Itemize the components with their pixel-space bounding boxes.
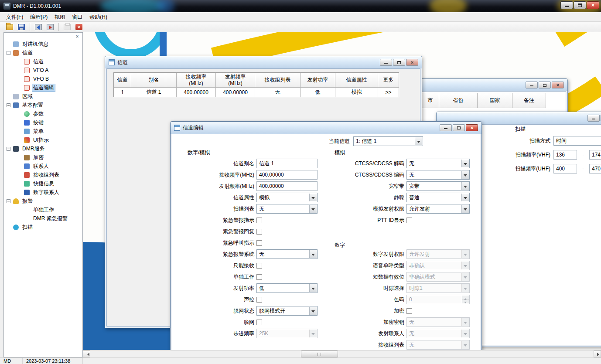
vox-checkbox[interactable] bbox=[256, 297, 262, 303]
collapse-toggle-icon[interactable] bbox=[7, 103, 10, 107]
alarm-icon bbox=[13, 198, 19, 204]
ctcss-encode-select[interactable]: 无 bbox=[406, 170, 470, 180]
tree-item-alarm[interactable]: 报警 bbox=[5, 197, 82, 205]
tree-item-params[interactable]: 参数 bbox=[5, 109, 82, 118]
scan-minimize-button[interactable] bbox=[587, 115, 600, 122]
encrypt-checkbox[interactable] bbox=[406, 308, 412, 314]
minimize-button[interactable] bbox=[560, 1, 573, 9]
emergency-alarm-ack-checkbox[interactable] bbox=[256, 229, 262, 235]
collapse-toggle-icon[interactable] bbox=[7, 51, 10, 55]
emergency-alarm-indication-checkbox[interactable] bbox=[256, 218, 262, 223]
contacts-minimize-button[interactable] bbox=[526, 82, 538, 88]
maximize-button[interactable] bbox=[574, 1, 586, 9]
collapse-toggle-icon[interactable] bbox=[7, 199, 10, 203]
scan-method-select[interactable]: 时间 bbox=[553, 136, 601, 146]
channel-maximize-button[interactable] bbox=[393, 59, 405, 66]
read-radio-button[interactable] bbox=[33, 22, 44, 32]
write-radio-button[interactable] bbox=[45, 22, 55, 32]
scan-vhf-from-input[interactable]: 136 bbox=[553, 150, 577, 160]
talkaround-state-select[interactable]: 脱网模式开 bbox=[256, 306, 318, 316]
scroll-right-arrow[interactable] bbox=[594, 350, 601, 357]
rx-frequency-input[interactable]: 400.00000 bbox=[256, 170, 318, 180]
cell[interactable]: 400.00000 bbox=[177, 88, 216, 97]
tree-item-scan[interactable]: 扫描 bbox=[5, 223, 82, 231]
program-radio-button[interactable] bbox=[74, 22, 84, 32]
edit-minimize-button[interactable] bbox=[440, 124, 452, 131]
cell[interactable]: 模拟 bbox=[335, 88, 378, 97]
tree-item-menu[interactable]: 菜单 bbox=[5, 127, 82, 136]
tree-item-digital-contacts[interactable]: 数字联系人 bbox=[5, 188, 82, 197]
zone-icon bbox=[13, 94, 19, 99]
tree-item-quick-message[interactable]: 快捷信息 bbox=[5, 179, 82, 188]
cell[interactable]: 1 bbox=[114, 88, 131, 97]
channel-window-titlebar[interactable]: 信道 × bbox=[105, 56, 422, 68]
tree-item-dmr-service[interactable]: DMR服务 bbox=[5, 144, 82, 153]
tree-item-zone[interactable]: 区域 bbox=[5, 92, 82, 101]
scan-uhf-from-input[interactable]: 400 bbox=[553, 164, 577, 173]
edit-window-titlebar[interactable]: 信道编辑 × bbox=[171, 122, 481, 134]
tree-item-vfo-b[interactable]: VFO B bbox=[5, 75, 82, 83]
sidebar-close-icon[interactable]: × bbox=[74, 34, 80, 40]
tree-item-ui-indication[interactable]: UI指示 bbox=[5, 136, 82, 144]
rx-only-checkbox[interactable] bbox=[256, 263, 262, 269]
lone-worker-label: 单独工作 bbox=[172, 273, 254, 281]
cell[interactable]: 信道 1 bbox=[131, 88, 177, 97]
scroll-left-arrow[interactable] bbox=[83, 350, 90, 357]
analog-section-label: 模拟 bbox=[335, 149, 345, 156]
menu-window[interactable]: 窗口 bbox=[68, 12, 86, 22]
tree-item-lone-work[interactable]: 单独工作 bbox=[5, 205, 82, 214]
emergency-system-value: 无 bbox=[259, 251, 264, 258]
analog-tx-permit-select[interactable]: 允许发射 bbox=[406, 204, 470, 214]
tree-item-radio-info[interactable]: 对讲机信息 bbox=[5, 40, 82, 48]
channel-close-button[interactable]: × bbox=[406, 59, 418, 66]
bandwidth-select[interactable]: 宽带 bbox=[406, 181, 470, 191]
cell[interactable]: 低 bbox=[300, 88, 335, 97]
tx-power-select[interactable]: 低 bbox=[256, 283, 318, 293]
edit-maximize-button[interactable] bbox=[453, 124, 465, 131]
scan-list-select[interactable]: 无 bbox=[256, 204, 318, 214]
menu-file[interactable]: 文件(F) bbox=[3, 12, 27, 22]
contacts-close-button[interactable]: × bbox=[552, 82, 564, 88]
scan-uhf-to-input[interactable]: 470 bbox=[589, 164, 601, 173]
tree-item-channel[interactable]: 信道 bbox=[5, 57, 82, 66]
tree-item-dmr-emergency[interactable]: DMR 紧急报警 bbox=[5, 214, 82, 223]
edit-close-button[interactable]: × bbox=[466, 124, 478, 131]
emergency-call-indication-checkbox[interactable] bbox=[256, 240, 262, 246]
talkaround-checkbox[interactable] bbox=[256, 320, 262, 325]
tree-item-buttons[interactable]: 按键 bbox=[5, 118, 82, 127]
message-icon bbox=[24, 181, 30, 187]
menu-view[interactable]: 视图 bbox=[51, 12, 68, 22]
tree-item-basic-config[interactable]: 基本配置 bbox=[5, 101, 82, 109]
open-folder-button[interactable] bbox=[4, 22, 15, 32]
minimize-icon bbox=[565, 3, 569, 7]
tree-item-rx-group-list[interactable]: 接收组列表 bbox=[5, 170, 82, 179]
save-button[interactable] bbox=[16, 22, 27, 32]
title-bar[interactable]: DMR - D1.00.01.001 × bbox=[0, 0, 601, 12]
squelch-select[interactable]: 普通 bbox=[406, 193, 470, 202]
channel-type-select[interactable]: 模拟 bbox=[256, 193, 318, 202]
horizontal-scrollbar[interactable] bbox=[83, 350, 601, 357]
channel-minimize-button[interactable] bbox=[380, 59, 392, 66]
close-button[interactable]: × bbox=[587, 1, 599, 9]
channel-alias-input[interactable]: 信道 1 bbox=[256, 159, 318, 168]
collapse-toggle-icon[interactable] bbox=[7, 147, 10, 151]
ctcss-decode-select[interactable]: 无 bbox=[406, 159, 470, 168]
current-channel-select[interactable]: 1: 信道 1 bbox=[353, 136, 423, 146]
emergency-system-select[interactable]: 无 bbox=[256, 249, 318, 259]
lone-worker-checkbox[interactable] bbox=[256, 274, 262, 280]
menu-help[interactable]: 帮助(H) bbox=[86, 12, 111, 22]
tree-item-contacts[interactable]: 联系人 bbox=[5, 162, 82, 170]
contacts-maximize-button[interactable] bbox=[539, 82, 551, 88]
ptt-id-display-checkbox[interactable] bbox=[406, 218, 412, 223]
scan-vhf-to-input[interactable]: 174 bbox=[589, 150, 601, 160]
tx-frequency-input[interactable]: 400.00000 bbox=[256, 181, 318, 191]
menu-program[interactable]: 编程(P) bbox=[27, 12, 51, 22]
cell[interactable]: 无 bbox=[255, 88, 300, 97]
cell[interactable]: >> bbox=[378, 88, 399, 97]
tree-item-channel-edit[interactable]: 信道编辑 bbox=[5, 83, 82, 92]
cell[interactable]: 400.00000 bbox=[216, 88, 255, 97]
scroll-thumb[interactable] bbox=[301, 350, 338, 357]
tree-item-encrypt[interactable]: 加密 bbox=[5, 153, 82, 162]
tree-item-vfo-a[interactable]: VFO A bbox=[5, 66, 82, 75]
tree-item-channel-group[interactable]: 信道 bbox=[5, 48, 82, 57]
